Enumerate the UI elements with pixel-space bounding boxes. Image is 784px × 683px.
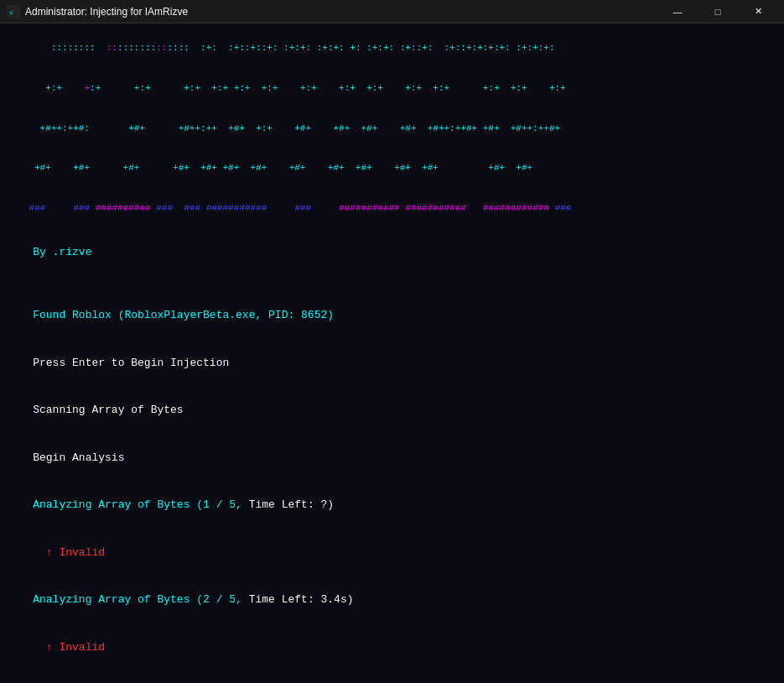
art-line-3: +#++:++#: +#+ +#++:++ +#+ +:+ +#+ +#+ +#… (7, 109, 777, 149)
art-line-1: :::::::: ::::::::::::::: :+: :+::+::+: :… (7, 29, 777, 69)
art-line-4: +#+ +#+ +#+ +#+ +#+ +#+ +#+ +#+ +#+ +#+ … (7, 149, 777, 189)
blank-line-1 (7, 277, 777, 293)
invalid-1: ↑ Invalid (7, 529, 777, 577)
maximize-button[interactable]: □ (698, 3, 737, 20)
art-line-5: ### ### ########## ### ### ########### #… (7, 189, 777, 229)
title-bar-left: ⚡ Administrator: Injecting for IAmRizve (7, 5, 188, 18)
app-icon: ⚡ (7, 5, 20, 18)
analyzing-1-5: Analyzing Array of Bytes (1 / 5, Time Le… (7, 482, 777, 530)
title-bar-controls: — □ ✕ (658, 3, 777, 20)
svg-text:⚡: ⚡ (8, 8, 14, 18)
analyzing-2-5: Analyzing Array of Bytes (2 / 5, Time Le… (7, 577, 777, 625)
art-line-2: +:+ +:+ +:+ +:+ +:+ +:+ +:+ +:+ +:+ +:+ … (7, 69, 777, 109)
terminal: :::::::: ::::::::::::::: :+: :+::+::+: :… (0, 23, 784, 683)
minimize-button[interactable]: — (658, 3, 697, 20)
invalid-2: ↑ Invalid (7, 624, 777, 672)
title-bar: ⚡ Administrator: Injecting for IAmRizve … (0, 0, 784, 23)
analyzing-3-5: Analyzing Array of Bytes (3 / 5, Time Le… (7, 672, 777, 683)
scanning-bytes-1: Scanning Array of Bytes (7, 388, 777, 435)
found-roblox-line: Found Roblox (RobloxPlayerBeta.exe, PID:… (7, 292, 777, 340)
press-enter-line: Press Enter to Begin Injection (7, 340, 777, 388)
begin-analysis-1: Begin Analysis (7, 435, 777, 482)
close-button[interactable]: ✕ (739, 3, 777, 20)
by-line: By .rizve (7, 229, 777, 277)
title-bar-title: Administrator: Injecting for IAmRizve (25, 6, 188, 18)
